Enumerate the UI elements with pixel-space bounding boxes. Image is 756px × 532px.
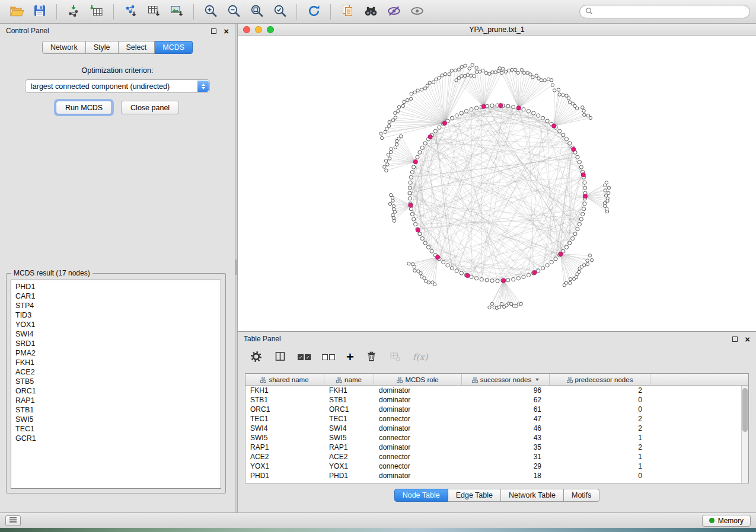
mcds-result-item[interactable]: TEC1 <box>15 424 216 434</box>
cell-shared-name[interactable]: ACE2 <box>245 453 324 461</box>
cell-predecessor-nodes[interactable]: 1 <box>550 434 650 442</box>
zoom-out-button[interactable] <box>223 3 244 21</box>
cell-shared-name[interactable]: STB1 <box>245 396 324 404</box>
cell-successor-nodes[interactable]: 96 <box>462 386 550 395</box>
window-maximize-icon[interactable] <box>267 26 274 33</box>
cell-successor-nodes[interactable]: 18 <box>462 472 550 480</box>
cell-MCDS-role[interactable]: dominator <box>374 424 462 432</box>
cell-MCDS-role[interactable]: connector <box>374 462 462 470</box>
mcds-result-item[interactable]: TID3 <box>15 310 216 320</box>
cell-predecessor-nodes[interactable]: 2 <box>550 386 650 395</box>
tab-network[interactable]: Network <box>42 41 86 54</box>
cell-name[interactable]: PHD1 <box>324 472 374 480</box>
tab-network-table[interactable]: Network Table <box>501 489 564 502</box>
cell-shared-name[interactable]: TEC1 <box>245 415 324 423</box>
close-panel-button[interactable]: Close panel <box>121 101 179 114</box>
function-builder-button[interactable]: f(x) <box>413 352 428 363</box>
cell-shared-name[interactable]: FKH1 <box>245 386 324 395</box>
cell-shared-name[interactable]: YOX1 <box>245 462 324 470</box>
show-all-button[interactable] <box>406 3 428 21</box>
mcds-result-item[interactable]: FKH1 <box>15 358 216 367</box>
mcds-result-item[interactable]: STB5 <box>15 377 216 386</box>
cell-predecessor-nodes[interactable]: 1 <box>550 453 650 461</box>
zoom-selected-button[interactable] <box>269 3 291 21</box>
table-row[interactable]: FKH1FKH1dominator962 <box>245 386 741 395</box>
cell-MCDS-role[interactable]: dominator <box>374 396 462 404</box>
cell-MCDS-role[interactable]: connector <box>374 453 462 461</box>
clone-network-button[interactable] <box>337 3 358 21</box>
export-image-button[interactable] <box>166 3 187 21</box>
scrollbar-thumb[interactable] <box>742 388 748 432</box>
tab-motifs[interactable]: Motifs <box>564 489 599 502</box>
cell-predecessor-nodes[interactable]: 2 <box>550 424 650 432</box>
table-row[interactable]: STB1STB1dominator620 <box>245 395 741 405</box>
cell-name[interactable]: SWI5 <box>324 434 374 442</box>
column-header-name[interactable]: name <box>324 374 374 385</box>
table-row[interactable]: TEC1TEC1connector472 <box>245 414 741 424</box>
export-network-button[interactable] <box>120 3 141 21</box>
splitter-handle[interactable] <box>235 259 237 275</box>
cell-successor-nodes[interactable]: 47 <box>462 415 550 423</box>
cell-MCDS-role[interactable]: dominator <box>374 443 462 451</box>
float-panel-icon[interactable] <box>211 28 216 34</box>
panel-menu-button[interactable] <box>5 515 21 526</box>
memory-button[interactable]: Memory <box>702 515 751 527</box>
mcds-result-item[interactable]: RAP1 <box>15 396 216 405</box>
table-row[interactable]: ACE2ACE2connector311 <box>245 452 741 462</box>
column-header-shared-name[interactable]: shared name <box>245 374 324 385</box>
delete-column-button[interactable] <box>365 350 378 364</box>
cell-successor-nodes[interactable]: 61 <box>462 405 550 414</box>
mcds-result-item[interactable]: PHD1 <box>15 282 216 291</box>
cell-shared-name[interactable]: ORC1 <box>245 405 324 414</box>
mcds-result-item[interactable]: STP4 <box>15 301 216 310</box>
mcds-result-item[interactable]: SRD1 <box>15 339 216 348</box>
find-button[interactable] <box>360 3 381 21</box>
zoom-fit-button[interactable] <box>246 3 267 21</box>
table-options-button[interactable] <box>250 350 263 365</box>
criterion-dropdown[interactable]: largest connected component (undirected) <box>25 79 210 93</box>
run-mcds-button[interactable]: Run MCDS <box>56 101 112 114</box>
open-session-button[interactable] <box>6 3 27 21</box>
mcds-result-item[interactable]: ORC1 <box>15 386 216 396</box>
cell-name[interactable]: SWI4 <box>324 424 374 432</box>
mcds-result-item[interactable]: SWI4 <box>15 329 216 339</box>
tab-node-table[interactable]: Node Table <box>394 489 448 502</box>
mcds-result-item[interactable]: CAR1 <box>15 291 216 301</box>
cell-MCDS-role[interactable]: connector <box>374 415 462 423</box>
cell-name[interactable]: YOX1 <box>324 462 374 470</box>
export-table-button[interactable] <box>143 3 164 21</box>
hide-selected-button[interactable] <box>383 3 404 21</box>
float-panel-icon[interactable] <box>732 336 738 342</box>
table-row[interactable]: PHD1PHD1dominator180 <box>245 471 741 480</box>
mcds-result-item[interactable]: YOX1 <box>15 320 216 329</box>
network-canvas[interactable] <box>238 36 756 331</box>
column-header-predecessor-nodes[interactable]: predecessor nodes <box>550 374 650 385</box>
delete-table-button[interactable] <box>389 350 401 364</box>
mcds-result-item[interactable]: ACE2 <box>15 367 216 377</box>
zoom-in-button[interactable] <box>200 3 221 21</box>
cell-successor-nodes[interactable]: 35 <box>462 443 550 451</box>
search-input[interactable] <box>596 8 744 16</box>
import-table-button[interactable] <box>86 3 107 21</box>
cell-successor-nodes[interactable]: 29 <box>462 462 550 470</box>
table-row[interactable]: RAP1RAP1dominator352 <box>245 443 741 452</box>
dropdown-stepper-icon[interactable] <box>197 81 209 92</box>
cell-name[interactable]: RAP1 <box>324 443 374 451</box>
cell-MCDS-role[interactable]: dominator <box>374 386 462 395</box>
tab-edge-table[interactable]: Edge Table <box>448 489 501 502</box>
cell-successor-nodes[interactable]: 43 <box>462 434 550 442</box>
tab-select[interactable]: Select <box>119 41 155 54</box>
cell-shared-name[interactable]: SWI5 <box>245 434 324 442</box>
table-row[interactable]: ORC1ORC1dominator610 <box>245 405 741 414</box>
show-columns-button[interactable] <box>274 350 286 364</box>
cell-shared-name[interactable]: PHD1 <box>245 472 324 480</box>
tab-style[interactable]: Style <box>86 41 119 54</box>
cell-successor-nodes[interactable]: 46 <box>462 424 550 432</box>
search-box[interactable] <box>579 5 750 18</box>
cell-predecessor-nodes[interactable]: 0 <box>550 396 650 404</box>
import-network-button[interactable] <box>63 3 84 21</box>
refresh-button[interactable] <box>303 3 324 21</box>
cell-name[interactable]: TEC1 <box>324 415 374 423</box>
mcds-result-item[interactable]: GCR1 <box>15 434 216 443</box>
cell-MCDS-role[interactable]: dominator <box>374 405 462 414</box>
